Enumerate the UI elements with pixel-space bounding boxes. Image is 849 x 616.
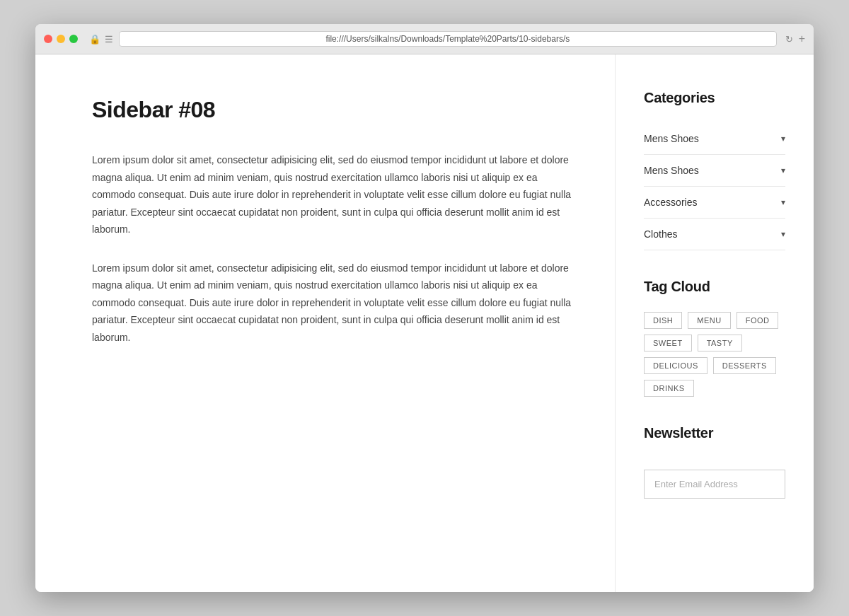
categories-title: Categories [644,90,785,106]
chevron-down-icon: ▾ [781,197,785,207]
chevron-down-icon: ▾ [781,165,785,175]
category-item-mens-shoes-2[interactable]: Mens Shoes ▾ [644,155,785,187]
chevron-down-icon: ▾ [781,229,785,239]
sidebar: Categories Mens Shoes ▾ Mens Shoes ▾ Acc… [616,54,814,592]
main-content: Sidebar #08 Lorem ipsum dolor sit amet, … [35,54,616,592]
tag-desserts[interactable]: DESSERTS [713,357,776,374]
categories-section: Categories Mens Shoes ▾ Mens Shoes ▾ Acc… [644,90,785,250]
newsletter-title: Newsletter [644,425,785,441]
maximize-button[interactable] [69,35,78,43]
browser-window: 🔒 ☰ file:///Users/silkalns/Downloads/Tem… [35,24,814,592]
category-label: Mens Shoes [644,133,699,144]
new-tab-button[interactable]: + [799,33,805,45]
tag-delicious[interactable]: DELICIOUS [644,357,708,374]
close-button[interactable] [44,35,52,43]
tag-menu[interactable]: MENU [688,312,730,329]
newsletter-section: Newsletter [644,425,785,499]
page-title: Sidebar #08 [92,97,572,123]
tag-dish[interactable]: DISH [644,312,682,329]
tag-cloud-grid: DISH MENU FOOD SWEET TASTY DELICIOUS DES… [644,312,785,397]
tag-drinks[interactable]: DRINKS [644,380,694,397]
tag-cloud-title: Tag Cloud [644,279,785,295]
traffic-lights [44,35,78,43]
browser-controls: 🔒 ☰ [89,34,113,45]
refresh-icon[interactable]: ↻ [785,34,793,45]
category-item-accessories[interactable]: Accessories ▾ [644,187,785,219]
tag-cloud-section: Tag Cloud DISH MENU FOOD SWEET TASTY DEL… [644,279,785,397]
category-label: Clothes [644,228,677,240]
browser-chrome: 🔒 ☰ file:///Users/silkalns/Downloads/Tem… [35,24,814,54]
minimize-button[interactable] [57,35,65,43]
chevron-down-icon: ▾ [781,134,785,144]
lock-icon: 🔒 [89,34,100,45]
address-bar[interactable]: file:///Users/silkalns/Downloads/Templat… [119,31,777,47]
body-paragraph-2: Lorem ipsum dolor sit amet, consectetur … [92,260,572,347]
body-paragraph-1: Lorem ipsum dolor sit amet, consectetur … [92,151,572,238]
menu-icon[interactable]: ☰ [105,34,113,45]
category-label: Accessories [644,197,697,208]
tag-food[interactable]: FOOD [737,312,779,329]
category-item-mens-shoes-1[interactable]: Mens Shoes ▾ [644,123,785,155]
tag-sweet[interactable]: SWEET [644,335,692,351]
browser-content: Sidebar #08 Lorem ipsum dolor sit amet, … [35,54,814,592]
email-input[interactable] [644,470,785,499]
category-label: Mens Shoes [644,165,699,176]
category-item-clothes[interactable]: Clothes ▾ [644,219,785,250]
tag-tasty[interactable]: TASTY [698,335,742,351]
